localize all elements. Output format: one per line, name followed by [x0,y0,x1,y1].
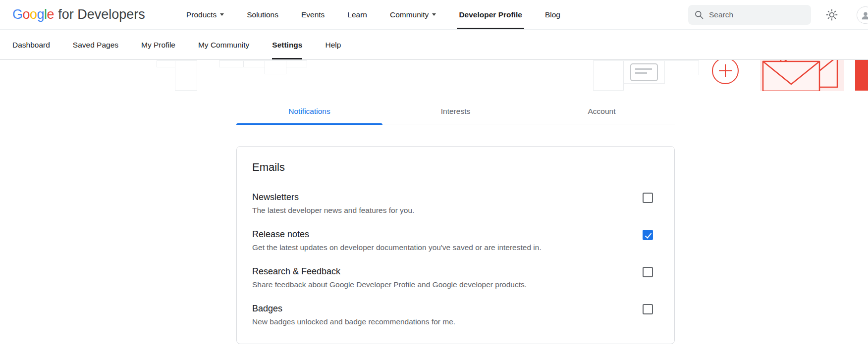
subnav-item-my-community[interactable]: My Community [198,30,249,59]
decorative-grid [175,60,197,75]
email-setting-row: Badges New badges unlocked and badge rec… [252,303,653,327]
decorative-grid [593,60,624,91]
subnav-item-help[interactable]: Help [325,30,341,59]
logo-letter: G [12,7,23,22]
subnav-item-label: Help [325,41,341,50]
subnav-item-label: My Community [198,41,249,50]
person-icon [860,10,868,21]
subnav-item-dashboard[interactable]: Dashboard [12,30,50,59]
sun-icon [826,9,838,21]
email-setting-row: Newsletters The latest developer news an… [252,191,653,216]
email-setting-row: Research & Feedback Share feedback about… [252,265,653,290]
subnav-item-label: Settings [272,41,302,50]
nav-item-label: Products [186,10,217,19]
emails-card: Emails Newsletters The latest developer … [236,146,675,344]
nav-item-community[interactable]: Community [390,0,436,29]
theme-toggle-button[interactable] [822,5,842,25]
decorative-grid [175,75,197,91]
decorative-grid [219,60,244,67]
search-input[interactable] [709,10,805,19]
nav-item-products[interactable]: Products [186,0,224,29]
search-box[interactable] [688,5,811,25]
email-setting-text: Badges New badges unlocked and badge rec… [252,303,455,327]
email-setting-title: Release notes [252,228,542,240]
logo-letter: e [47,7,54,22]
main-nav: Products Solutions Events Learn Communit… [186,0,560,29]
nav-item-developer-profile[interactable]: Developer Profile [459,0,522,29]
logo-letter: o [30,7,37,22]
red-bar [855,55,868,91]
chevron-down-icon [432,13,436,16]
nav-item-label: Blog [545,10,560,19]
search-icon [694,10,704,20]
email-setting-description: New badges unlocked and badge recommenda… [252,316,455,327]
email-setting-row: Release notes Get the latest updates on … [252,228,653,253]
release-notes-checkbox[interactable] [643,230,653,240]
nav-item-label: Solutions [247,10,278,19]
subnav-item-label: Dashboard [12,41,50,50]
email-setting-description: Share feedback about Google Developer Pr… [252,279,527,290]
email-setting-description: The latest developer news and features f… [252,205,414,216]
newsletters-checkbox[interactable] [643,193,653,203]
document-icon [630,63,658,81]
email-setting-title: Badges [252,303,455,314]
decorative-grid [157,60,175,67]
email-setting-title: Newsletters [252,191,414,203]
google-wordmark: Google [12,7,54,22]
logo-letter: g [37,7,45,22]
nav-item-label: Community [390,10,429,19]
tab-label: Notifications [288,107,330,115]
email-setting-description: Get the latest updates on developer docu… [252,242,542,253]
subnav-item-my-profile[interactable]: My Profile [141,30,175,59]
email-setting-text: Release notes Get the latest updates on … [252,228,542,253]
decorative-grid [664,60,699,75]
tab-label: Interests [441,107,470,115]
settings-tabs: Notifications Interests Account [236,100,675,124]
card-title: Emails [252,160,653,174]
decorative-grid [265,60,286,74]
nav-item-label: Events [301,10,325,19]
nav-item-solutions[interactable]: Solutions [247,0,278,29]
subnav-item-label: Saved Pages [73,41,118,50]
tab-account[interactable]: Account [529,100,675,124]
subnav-item-label: My Profile [141,41,175,50]
subnav-item-saved-pages[interactable]: Saved Pages [73,30,118,59]
decorative-grid [286,60,307,67]
top-header: Googlefor Developers Products Solutions … [0,0,868,30]
chevron-down-icon [220,13,224,16]
envelope-illustration [760,55,844,91]
nav-item-blog[interactable]: Blog [545,0,560,29]
page: Googlefor Developers Products Solutions … [0,0,868,357]
nav-item-label: Developer Profile [459,10,522,19]
tab-interests[interactable]: Interests [382,100,529,124]
profile-subnav: Dashboard Saved Pages My Profile My Comm… [0,30,868,60]
nav-item-events[interactable]: Events [301,0,325,29]
email-setting-text: Research & Feedback Share feedback about… [252,265,527,290]
plus-circle-icon [712,57,739,84]
nav-item-learn[interactable]: Learn [347,0,367,29]
email-setting-title: Research & Feedback [252,265,527,277]
logo-suffix: for Developers [58,7,145,22]
google-developers-logo[interactable]: Googlefor Developers [12,7,145,22]
email-setting-text: Newsletters The latest developer news an… [252,191,414,216]
tab-label: Account [588,107,615,115]
subnav-item-settings[interactable]: Settings [272,30,302,59]
avatar[interactable] [857,6,868,24]
decorative-banner [0,60,868,91]
decorative-grid [243,60,265,67]
badges-checkbox[interactable] [643,304,653,314]
tab-notifications[interactable]: Notifications [236,100,382,124]
logo-letter: o [23,7,30,22]
nav-item-label: Learn [347,10,367,19]
research-feedback-checkbox[interactable] [643,267,653,277]
